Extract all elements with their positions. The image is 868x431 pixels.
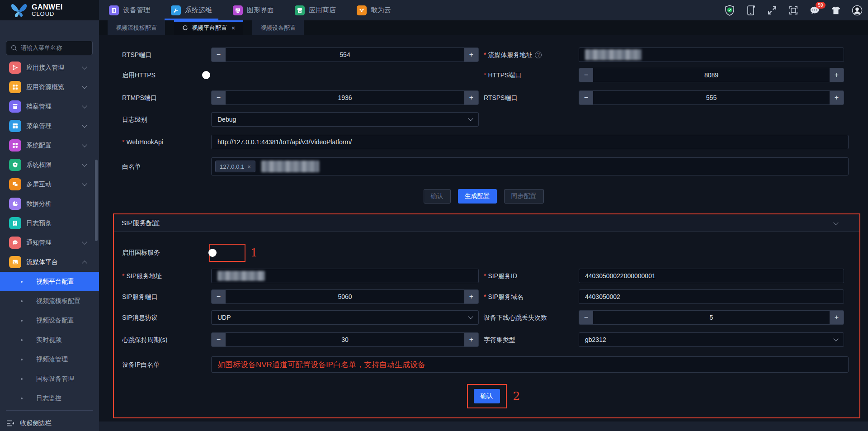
nav-item-device-management[interactable]: 设备管理 xyxy=(109,0,150,20)
webhook-api-value: http://127.0.0.1:44381/IoT/api/v3/VideoP… xyxy=(217,138,352,146)
nav-label: 图形界面 xyxy=(247,6,274,14)
sidebar-item-notifications[interactable]: 通知管理 xyxy=(0,233,99,252)
increment-button[interactable]: + xyxy=(830,68,844,82)
decrement-button[interactable]: − xyxy=(212,290,226,303)
monitor-icon xyxy=(233,5,243,15)
device-ip-whitelist-input[interactable]: 如国标设备NVR通道可配置设备IP白名单，支持自动生成设备 xyxy=(211,356,849,373)
charset-value: gb2312 xyxy=(585,336,606,343)
rtsp-port-value[interactable]: 554 xyxy=(226,51,464,58)
increment-button[interactable]: + xyxy=(464,91,478,104)
brand-line1: GANWEI xyxy=(32,3,63,11)
form-row: 心跳保持周期(s) − 30 + 字符集类型 gb2312 xyxy=(114,332,859,347)
collapse-icon xyxy=(6,420,14,427)
nav-item-app-store[interactable]: 应用商店 xyxy=(295,0,336,20)
increment-button[interactable]: + xyxy=(830,311,844,324)
screenshot-frame-icon[interactable] xyxy=(788,5,799,16)
webhook-api-input[interactable]: http://127.0.0.1:44381/IoT/api/v3/VideoP… xyxy=(211,135,849,149)
nav-item-graphic-ui[interactable]: 图形界面 xyxy=(233,0,274,20)
sidebar-item-system-config[interactable]: 系统配置 xyxy=(0,136,99,155)
sidebar-subitem-video-stream-template[interactable]: 视频流模板配置 xyxy=(0,291,99,311)
sidebar-subitem-video-device-config[interactable]: 视频设备配置 xyxy=(0,311,99,330)
nav-item-system-ops[interactable]: 系统运维 xyxy=(171,0,212,20)
tab-video-platform-config[interactable]: 视频平台配置 × xyxy=(174,20,243,35)
whitelist-tags-input[interactable]: 127.0.0.1 × xyxy=(211,157,849,175)
decrement-button[interactable]: − xyxy=(212,333,226,346)
nav-label: 应用商店 xyxy=(309,6,336,14)
sidebar-item-menu-management[interactable]: 菜单管理 xyxy=(0,116,99,136)
sidebar-subitem-live-video[interactable]: 实时视频 xyxy=(0,330,99,350)
rtsp-port-stepper: − 554 + xyxy=(211,47,479,62)
generate-config-button[interactable]: 生成配置 xyxy=(458,189,497,204)
sip-port-value[interactable]: 5060 xyxy=(226,293,464,300)
confirm-button[interactable]: 确认 xyxy=(424,189,451,204)
increment-button[interactable]: + xyxy=(464,48,478,62)
remove-tag-icon[interactable]: × xyxy=(247,163,251,170)
bullet-dot xyxy=(21,320,23,322)
form-row: SIP服务端口 − 5060 + *SIP服务域名 4403050002 xyxy=(114,289,859,304)
sidebar-item-streaming-platform[interactable]: 流媒体平台 xyxy=(0,252,99,272)
chevron-down-icon xyxy=(468,116,473,121)
sip-confirm-button[interactable]: 确认 xyxy=(474,389,500,403)
sidebar-subitem-video-stream-management[interactable]: 视频流管理 xyxy=(0,350,99,369)
video-platform-config-form: RTSP端口 − 554 + *流媒体服务地址? 启用HTTPS *HTTPS端… xyxy=(99,35,868,422)
user-avatar[interactable] xyxy=(852,5,863,16)
tab-close-icon[interactable]: × xyxy=(231,24,235,32)
sidebar-item-log-preview[interactable]: 日志预览 xyxy=(0,213,99,233)
increment-button[interactable]: + xyxy=(464,290,478,303)
fullscreen-expand-icon[interactable] xyxy=(767,5,778,16)
nav-item-ganwei-cloud[interactable]: 敢为云 xyxy=(357,0,391,20)
heartbeat-loss-value[interactable]: 5 xyxy=(593,314,830,321)
sidebar-scrollbar[interactable] xyxy=(95,160,98,241)
sidebar-subitem-log-monitor[interactable]: 日志监控 xyxy=(0,388,99,408)
log-book-icon xyxy=(9,217,21,229)
decrement-button[interactable]: − xyxy=(579,311,593,324)
heartbeat-period-value[interactable]: 30 xyxy=(226,336,464,343)
tab-video-device-config[interactable]: 视频设备配置 xyxy=(252,20,304,35)
sidebar-item-multiscreen[interactable]: 多屏互动 xyxy=(0,175,99,194)
rtmps-port-stepper: − 1936 + xyxy=(211,90,479,105)
sidebar-subitem-video-platform-config[interactable]: 视频平台配置 xyxy=(0,272,99,291)
form-row: 白名单 127.0.0.1 × xyxy=(99,157,868,175)
sidebar-item-archives[interactable]: 档案管理 xyxy=(0,97,99,116)
sidebar-search-input[interactable]: 请输入菜单名称 xyxy=(6,41,93,55)
decrement-button[interactable]: − xyxy=(579,68,593,82)
decrement-button[interactable]: − xyxy=(579,91,593,104)
sip-section-header[interactable]: SIP服务配置 xyxy=(114,215,859,232)
sidebar-item-app-resources[interactable]: 应用资源概览 xyxy=(0,77,99,97)
form-actions: 确认 生成配置 同步配置 xyxy=(99,189,868,204)
media-server-address-input[interactable] xyxy=(579,47,844,62)
log-level-select[interactable]: Debug xyxy=(211,112,479,127)
chevron-down-icon xyxy=(82,239,87,244)
sip-id-input[interactable]: 44030500022000000001 xyxy=(579,269,844,283)
charset-select[interactable]: gb2312 xyxy=(579,332,844,347)
sync-config-button[interactable]: 同步配置 xyxy=(504,189,544,204)
decrement-button[interactable]: − xyxy=(212,91,226,104)
rtmps-port-value[interactable]: 1936 xyxy=(226,94,464,101)
security-shield-icon[interactable] xyxy=(724,5,735,16)
tab-video-stream-template-config[interactable]: 视频流模板配置 xyxy=(108,20,165,35)
nav-label: 敢为云 xyxy=(371,6,391,14)
sidebar-subitem-gb-device-management[interactable]: 国标设备管理 xyxy=(0,369,99,388)
logo[interactable]: GANWEI CLOUD xyxy=(0,0,99,20)
sidebar-item-system-permissions[interactable]: 系统权限 xyxy=(0,155,99,175)
sidebar-item-label: 档案管理 xyxy=(26,103,52,111)
rtsps-port-value[interactable]: 555 xyxy=(593,94,830,101)
sip-domain-input[interactable]: 4403050002 xyxy=(579,289,844,304)
bullet-dot xyxy=(21,359,23,360)
increment-button[interactable]: + xyxy=(464,333,478,346)
decrement-button[interactable]: − xyxy=(212,48,226,62)
collapse-sidebar-button[interactable]: 收起侧边栏 xyxy=(0,415,99,431)
sip-protocol-select[interactable]: UDP xyxy=(211,310,479,325)
refresh-icon[interactable] xyxy=(182,25,188,31)
increment-button[interactable]: + xyxy=(830,91,844,104)
sip-address-input[interactable] xyxy=(211,269,479,283)
https-port-value[interactable]: 8089 xyxy=(593,71,830,79)
sidebar-item-data-analysis[interactable]: 数据分析 xyxy=(0,194,99,213)
sidebar-item-label: 应用资源概览 xyxy=(26,83,64,91)
theme-shirt-icon[interactable] xyxy=(830,5,841,16)
sidebar-item-app-access[interactable]: 应用接入管理 xyxy=(0,58,99,77)
mobile-device-icon[interactable] xyxy=(745,5,756,16)
help-icon[interactable]: ? xyxy=(535,52,542,58)
chevron-down-icon xyxy=(82,103,87,108)
messages-icon[interactable]: 59 xyxy=(809,5,820,16)
